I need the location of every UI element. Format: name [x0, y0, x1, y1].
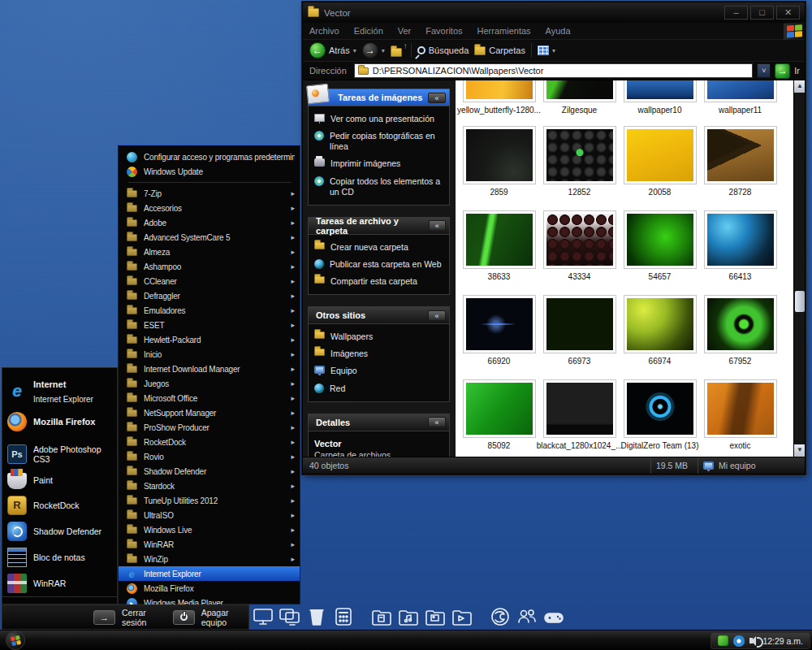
folders-button[interactable]: Carpetas: [474, 46, 525, 55]
window-titlebar[interactable]: Vector – □ ✕: [303, 2, 805, 23]
file-item[interactable]: blackcat_1280x1024_...: [539, 379, 620, 450]
menu-internet-explorer[interactable]: e Internet Explorer: [119, 566, 300, 581]
program-folder-item[interactable]: TuneUp Utilities 2012 ▸: [119, 493, 300, 508]
pinned-photoshop[interactable]: Ps Adobe Photoshop CS3: [2, 441, 117, 467]
back-dropdown-icon[interactable]: ▾: [353, 47, 356, 54]
file-item[interactable]: DigitalZero Team (13): [620, 379, 700, 450]
scrollbar-thumb[interactable]: [795, 291, 805, 312]
program-folder-item[interactable]: Shadow Defender ▸: [119, 464, 300, 479]
shut-down-button[interactable]: [173, 610, 195, 625]
program-folder-item[interactable]: Internet Download Manager ▸: [119, 362, 300, 376]
file-item[interactable]: 38633: [459, 210, 539, 281]
menu-item[interactable]: Favoritos: [425, 26, 462, 36]
file-item[interactable]: exotic: [700, 379, 780, 450]
program-folder-item[interactable]: Almeza ▸: [119, 245, 300, 259]
file-item[interactable]: 66920: [459, 295, 539, 366]
dock-folder-documents-icon[interactable]: [370, 605, 393, 628]
file-item[interactable]: 12852: [539, 126, 620, 197]
file-item[interactable]: yellow_butterfly-1280...: [459, 80, 539, 115]
forward-button[interactable]: → ▾: [362, 42, 385, 58]
program-folder-item[interactable]: Inicio ▸: [119, 347, 300, 362]
file-item[interactable]: 66974: [620, 295, 700, 366]
pinned-shadow-defender[interactable]: Shadow Defender: [2, 518, 117, 544]
task-publish-web[interactable]: Publicar esta carpeta en Web: [314, 259, 444, 270]
program-folder-item[interactable]: NetSupport Manager ▸: [119, 405, 300, 420]
search-button[interactable]: Búsqueda: [417, 46, 469, 55]
program-folder-item[interactable]: Rovio ▸: [119, 449, 300, 464]
scroll-up-button[interactable]: ▲: [794, 80, 805, 93]
vertical-scrollbar[interactable]: ▲ ▼: [793, 80, 805, 457]
address-dropdown-button[interactable]: ˅: [757, 63, 771, 78]
taskbar-clock[interactable]: 12:29 a.m.: [762, 636, 803, 646]
file-item[interactable]: wallpaper11: [700, 80, 780, 115]
file-item[interactable]: 66973: [539, 295, 620, 366]
place-wallpapers[interactable]: Wallpapers: [314, 332, 444, 342]
program-folder-item[interactable]: Microsoft Office ▸: [119, 391, 300, 405]
menu-item[interactable]: Ayuda: [546, 26, 571, 36]
file-item[interactable]: 20058: [620, 126, 700, 197]
up-button[interactable]: ↑: [391, 45, 405, 57]
dock-folder-music-icon[interactable]: [397, 605, 420, 628]
collapse-chevron-icon[interactable]: «: [428, 310, 446, 321]
dock-firefox-icon[interactable]: [489, 605, 512, 628]
program-folder-item[interactable]: Stardock ▸: [119, 479, 300, 493]
file-item[interactable]: 2859: [459, 126, 539, 197]
task-print-images[interactable]: Imprimir imágenes: [314, 158, 444, 169]
pinned-paint[interactable]: Paint: [2, 467, 117, 492]
place-images[interactable]: Imágenes: [314, 349, 444, 359]
log-off-button[interactable]: →: [93, 610, 115, 625]
volume-icon[interactable]: [749, 638, 753, 644]
pinned-notepad[interactable]: Bloc de notas: [2, 544, 117, 570]
task-share-folder[interactable]: Compartir esta carpeta: [314, 276, 444, 287]
file-item[interactable]: 67952: [700, 295, 780, 366]
back-button[interactable]: ← Atrás ▾: [309, 42, 356, 58]
program-folder-item[interactable]: Advanced SystemCare 5 ▸: [119, 230, 300, 245]
pinned-mozilla-firefox[interactable]: Mozilla Firefox: [2, 409, 117, 435]
start-button[interactable]: [6, 630, 25, 650]
menu-mozilla-firefox[interactable]: Mozilla Firefox: [119, 581, 300, 596]
dock-games-icon[interactable]: [542, 605, 565, 628]
place-network[interactable]: Red: [314, 384, 444, 394]
pinned-rocketdock[interactable]: R RocketDock: [2, 492, 117, 518]
program-folder-item[interactable]: RocketDock ▸: [119, 435, 300, 449]
task-copy-to-cd[interactable]: Copiar todos los elementos a un CD: [314, 176, 444, 197]
task-view-slideshow[interactable]: Ver como una presentación: [314, 114, 444, 124]
views-button[interactable]: ▾: [538, 46, 555, 55]
menu-item[interactable]: Edición: [354, 26, 383, 36]
pinned-winrar[interactable]: WinRAR: [2, 570, 117, 596]
program-folder-item[interactable]: Hewlett-Packard ▸: [119, 332, 300, 347]
menu-windows-update[interactable]: Windows Update: [119, 164, 300, 179]
file-item[interactable]: wallpaper10: [620, 80, 700, 115]
collapse-chevron-icon[interactable]: «: [429, 220, 446, 231]
dock-folder-pictures-icon[interactable]: [424, 605, 447, 628]
program-folder-item[interactable]: ESET ▸: [119, 318, 300, 332]
program-folder-item[interactable]: Defraggler ▸: [119, 288, 300, 303]
program-folder-item[interactable]: Emuladores ▸: [119, 303, 300, 318]
dock-recycle-bin-icon[interactable]: [305, 605, 328, 628]
address-input[interactable]: D:\PERSONALIZACION\Wallpapers\Vector: [354, 63, 753, 78]
views-dropdown-icon[interactable]: ▾: [552, 47, 555, 54]
dock-monitor-icon[interactable]: [252, 605, 274, 628]
program-folder-item[interactable]: Windows Live ▸: [119, 522, 300, 537]
file-item[interactable]: 85092: [459, 379, 539, 450]
task-new-folder[interactable]: Crear nueva carpeta: [314, 242, 444, 253]
menu-set-program-access[interactable]: Configurar acceso y programas predetermi…: [119, 150, 300, 164]
collapse-chevron-icon[interactable]: «: [428, 417, 446, 427]
menu-item[interactable]: Herramientas: [477, 26, 531, 36]
collapse-chevron-icon[interactable]: «: [428, 93, 446, 103]
pinned-internet-explorer[interactable]: e Internet Internet Explorer: [2, 373, 117, 409]
tray-idm-icon[interactable]: [718, 635, 728, 646]
forward-dropdown-icon[interactable]: ▾: [382, 47, 385, 54]
program-folder-item[interactable]: WinZip ▸: [119, 552, 300, 566]
dock-dual-monitor-icon[interactable]: [279, 605, 301, 628]
close-button[interactable]: ✕: [776, 6, 800, 20]
program-folder-item[interactable]: WinRAR ▸: [119, 537, 300, 552]
place-computer[interactable]: Equipo: [314, 366, 444, 376]
dock-calculator-icon[interactable]: [332, 605, 355, 628]
program-folder-item[interactable]: Juegos ▸: [119, 376, 300, 391]
file-item[interactable]: 54657: [620, 210, 700, 281]
program-folder-item[interactable]: UltraISO ▸: [119, 508, 300, 522]
tray-shadow-defender-icon[interactable]: [733, 635, 745, 647]
scroll-down-button[interactable]: ▼: [794, 444, 805, 457]
go-button[interactable]: →: [775, 63, 790, 79]
